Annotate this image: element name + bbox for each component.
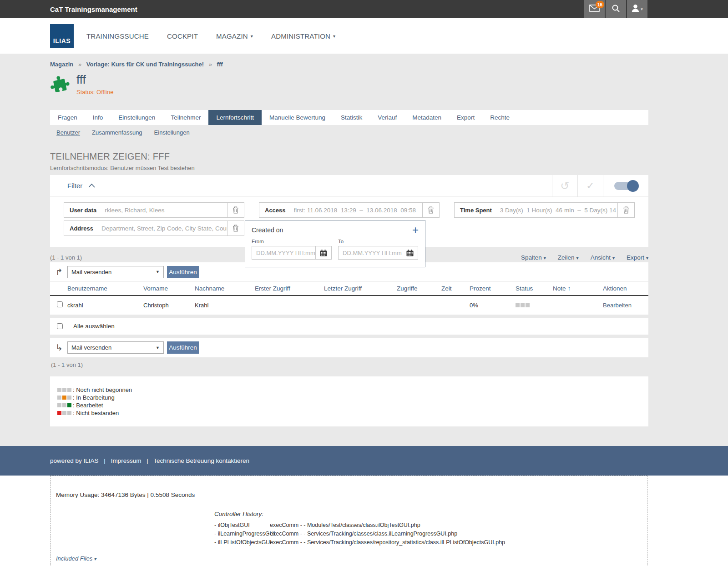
menu-zeilen[interactable]: Zeilen▾ xyxy=(558,254,579,261)
subtab-einstellungen[interactable]: Einstellungen xyxy=(154,129,190,140)
tab-export[interactable]: Export xyxy=(449,110,482,125)
subtab-zusammenfassung[interactable]: Zusammenfassung xyxy=(92,129,142,140)
filter-apply-button[interactable]: ✓ xyxy=(577,175,603,197)
nav-item-cockpit[interactable]: COCKPIT xyxy=(167,32,198,40)
select-all-label[interactable]: Alle auswählen xyxy=(73,323,115,330)
menu-export[interactable]: Export▾ xyxy=(627,254,648,261)
time-spent-input[interactable] xyxy=(492,207,617,214)
impressum-link[interactable]: Impressum xyxy=(111,457,142,464)
participants-table: Benutzername Vorname Nachname Erster Zug… xyxy=(50,281,648,315)
tab-info[interactable]: Info xyxy=(85,110,111,125)
calendar-button[interactable] xyxy=(315,246,332,260)
app-title: CaT Trainingsmanagement xyxy=(50,5,137,13)
access-input[interactable] xyxy=(286,207,422,214)
filter-field-address: Address xyxy=(64,220,244,236)
select-all-checkbox[interactable] xyxy=(57,323,63,329)
select-all-row: Alle auswählen xyxy=(50,318,648,335)
ilias-logo[interactable]: ILIAS xyxy=(50,24,74,48)
breadcrumb-item[interactable]: Magazin xyxy=(50,61,73,68)
result-range-bottom: (1 - 1 von 1) xyxy=(50,357,648,372)
history-row: - ilObjTestGUIexecComm - - Modules/Test/… xyxy=(214,521,505,530)
col-letzter-zugriff[interactable]: Letzter Zugriff xyxy=(324,282,397,296)
mail-button[interactable]: 16 xyxy=(584,0,605,18)
nav-item-magazin[interactable]: MAGAZIN▾ xyxy=(216,32,253,40)
col-nachname[interactable]: Nachname xyxy=(195,282,255,296)
col-erster-zugriff[interactable]: Erster Zugriff xyxy=(255,282,324,296)
tab-verlauf[interactable]: Verlauf xyxy=(370,110,404,125)
tab-lernfortschritt[interactable]: Lernfortschritt xyxy=(208,110,262,125)
tab-teilnehmer[interactable]: Teilnehmer xyxy=(163,110,208,125)
bulk-action-select[interactable]: Mail versenden ▼ xyxy=(67,266,164,278)
chevron-up-icon[interactable] xyxy=(88,183,96,188)
col-benutzername[interactable]: Benutzername xyxy=(67,282,143,296)
tab-fragen[interactable]: Fragen xyxy=(50,110,85,125)
filter-title[interactable]: Filter xyxy=(67,182,82,190)
legend-square xyxy=(62,396,66,400)
col-status[interactable]: Status xyxy=(516,282,553,296)
included-files-link[interactable]: Included Files▾ xyxy=(56,555,96,562)
breadcrumb-item[interactable]: fff xyxy=(217,61,223,68)
legend-square xyxy=(62,403,66,407)
calendar-button[interactable] xyxy=(402,246,418,260)
table-header-row: Benutzername Vorname Nachname Erster Zug… xyxy=(50,282,648,296)
legend-item: : Bearbeitet xyxy=(57,401,641,409)
field-label: Address xyxy=(64,225,93,232)
date-to-input[interactable] xyxy=(338,246,402,260)
remove-filter-button[interactable] xyxy=(227,221,244,235)
subtab-benutzer[interactable]: Benutzer xyxy=(56,129,80,140)
filter-field-time-spent: Time Spent xyxy=(454,202,635,218)
created-on-popup: Created on + From xyxy=(245,220,425,267)
chevron-down-icon: ▾ xyxy=(94,556,96,561)
address-input[interactable] xyxy=(93,225,227,232)
chevron-down-icon: ▾ xyxy=(576,255,579,260)
tab-manuelle-bewertung[interactable]: Manuelle Bewertung xyxy=(262,110,333,125)
field-label: Access xyxy=(259,207,286,214)
execute-button[interactable]: Ausführen xyxy=(167,266,199,278)
main-navigation: TRAININGSSUCHE COCKPIT MAGAZIN▾ ADMINIST… xyxy=(86,32,335,40)
filter-toggle[interactable] xyxy=(614,182,638,190)
user-data-input[interactable] xyxy=(96,207,227,214)
select-caret-icon: ▼ xyxy=(156,346,160,350)
row-checkbox[interactable] xyxy=(57,301,63,307)
date-from-input[interactable] xyxy=(252,246,315,260)
bulk-action-select[interactable]: Mail versenden ▼ xyxy=(67,341,164,354)
breadcrumb-item[interactable]: Vorlage: Kurs für CK und Trainingssuche! xyxy=(86,61,204,68)
tab-statistik[interactable]: Statistik xyxy=(333,110,370,125)
cell-actions: Bearbeiten xyxy=(603,296,648,315)
filter-reset-button[interactable]: ↺ xyxy=(552,175,577,197)
powered-by: powered by ILIAS xyxy=(50,457,99,464)
edit-link[interactable]: Bearbeiten xyxy=(603,302,632,309)
chevron-down-icon: ▾ xyxy=(333,34,335,39)
search-button[interactable] xyxy=(606,0,626,18)
legend-square xyxy=(57,388,61,392)
menu-spalten[interactable]: Spalten▾ xyxy=(521,254,546,261)
plus-icon[interactable]: + xyxy=(412,226,419,234)
nav-item-administration[interactable]: ADMINISTRATION▾ xyxy=(271,32,335,40)
nav-item-trainingssuche[interactable]: TRAININGSSUCHE xyxy=(86,32,149,40)
execute-button[interactable]: Ausführen xyxy=(167,341,199,354)
tab-metadaten[interactable]: Metadaten xyxy=(404,110,449,125)
trash-icon xyxy=(428,206,434,214)
result-range: (1 - 1 von 1) xyxy=(50,254,82,261)
select-caret-icon: ▼ xyxy=(156,270,160,274)
col-zugriffe[interactable]: Zugriffe xyxy=(397,282,441,296)
cell-last-access xyxy=(324,296,397,315)
col-note[interactable]: Note↑ xyxy=(553,282,603,296)
col-zeit[interactable]: Zeit xyxy=(441,282,470,296)
menu-ansicht[interactable]: Ansicht▾ xyxy=(591,254,615,261)
tab-rechte[interactable]: Rechte xyxy=(482,110,517,125)
col-aktionen: Aktionen xyxy=(603,282,648,296)
remove-filter-button[interactable] xyxy=(617,203,634,217)
user-menu-button[interactable]: ▾ xyxy=(627,0,647,18)
support-link[interactable]: Technische Betreuung kontaktieren xyxy=(153,457,249,464)
col-prozent[interactable]: Prozent xyxy=(470,282,516,296)
legend-item: : Noch nicht begonnen xyxy=(57,386,641,394)
remove-filter-button[interactable] xyxy=(227,203,244,217)
tab-einstellungen[interactable]: Einstellungen xyxy=(111,110,163,125)
calendar-icon xyxy=(320,250,327,256)
legend-square xyxy=(67,388,71,392)
remove-filter-button[interactable] xyxy=(422,203,439,217)
col-vorname[interactable]: Vorname xyxy=(143,282,195,296)
row-checkbox-cell xyxy=(50,296,67,315)
legend-square xyxy=(62,388,66,392)
